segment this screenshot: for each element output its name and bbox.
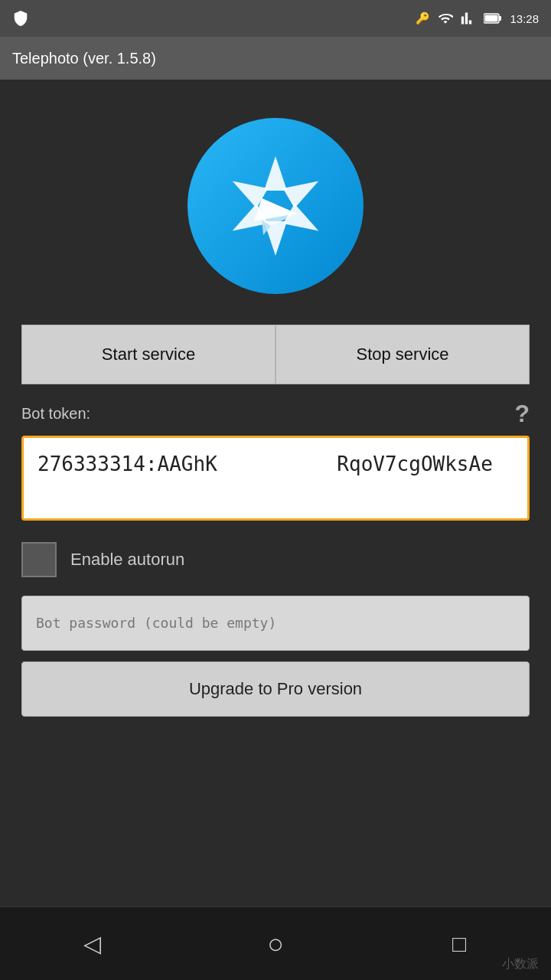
app-logo [187, 118, 364, 294]
autorun-checkbox[interactable] [21, 542, 57, 577]
stop-service-button[interactable]: Stop service [276, 325, 530, 384]
back-icon: ◁ [83, 930, 101, 957]
home-button[interactable]: ○ [245, 913, 306, 975]
status-bar-right: 🔑 13:28 [416, 11, 539, 26]
key-icon: 🔑 [416, 11, 430, 25]
svg-rect-1 [499, 16, 501, 21]
watermark: 小数派 [502, 956, 539, 972]
recents-button[interactable]: □ [429, 913, 490, 975]
wifi-icon [438, 11, 453, 26]
token-label-row: Bot token: ? [21, 400, 530, 428]
bot-token-input[interactable]: 276333314:AAGhK RqoV7cgOWksAe [21, 436, 530, 521]
status-bar: 🔑 13:28 [0, 0, 551, 37]
autorun-row: Enable autorun [21, 542, 530, 577]
main-content: Start service Stop service Bot token: ? … [0, 80, 551, 906]
recents-icon: □ [452, 931, 466, 957]
title-bar: Telephoto (ver. 1.5.8) [0, 37, 551, 80]
battery-icon [484, 11, 502, 26]
autorun-label: Enable autorun [70, 550, 184, 570]
shield-icon [12, 10, 29, 27]
signal-icon [461, 11, 476, 26]
back-button[interactable]: ◁ [61, 913, 122, 975]
nav-bar: ◁ ○ □ 小数派 [0, 906, 551, 980]
bot-password-input[interactable] [21, 596, 530, 651]
time-display: 13:28 [510, 12, 539, 25]
svg-rect-2 [485, 15, 498, 22]
help-icon[interactable]: ? [514, 400, 530, 428]
service-buttons-row: Start service Stop service [21, 325, 530, 384]
logo-svg [199, 129, 352, 283]
status-bar-left [12, 10, 29, 27]
upgrade-button[interactable]: Upgrade to Pro version [21, 662, 530, 717]
home-icon: ○ [267, 928, 284, 960]
app-title: Telephoto (ver. 1.5.8) [12, 50, 156, 67]
start-service-button[interactable]: Start service [21, 325, 276, 384]
bot-token-label: Bot token: [21, 405, 90, 423]
